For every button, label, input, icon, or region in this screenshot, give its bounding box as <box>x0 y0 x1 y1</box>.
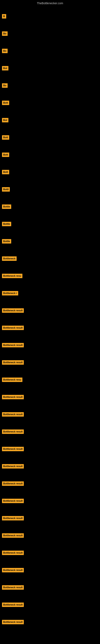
bottleneck-label[interactable]: Bo <box>2 32 8 36</box>
bottleneck-label[interactable]: Bottleneck result <box>2 568 24 572</box>
bottleneck-label[interactable]: Bottleneck result <box>2 430 24 434</box>
bottleneck-label[interactable]: Bott <box>2 152 9 157</box>
bottleneck-label[interactable]: Bott <box>2 100 9 105</box>
list-item: Bottleneck result <box>2 596 100 614</box>
bottleneck-label[interactable]: Bottleneck result <box>2 412 24 416</box>
list-item: Bottleneck result <box>2 354 100 371</box>
bottleneck-label[interactable]: Bottleneck result <box>2 326 24 330</box>
bottleneck-label[interactable]: Bottleneck result <box>2 464 24 468</box>
bottleneck-label[interactable]: B <box>2 14 6 18</box>
list-item: Bottleneck result <box>2 423 100 440</box>
list-item: Bottleneck <box>2 250 100 267</box>
list-item: Bottl <box>2 181 100 198</box>
bottleneck-label[interactable]: Bottleneck result <box>2 550 24 555</box>
list-item: Bottle <box>2 215 100 233</box>
site-title: TheBottlenecker.com <box>0 0 100 6</box>
bottleneck-label[interactable]: Bott <box>2 170 9 174</box>
list-item: Bottleneck result <box>2 440 100 458</box>
bottleneck-label[interactable]: Bottleneck result <box>2 516 24 520</box>
list-item: Bottleneck resu <box>2 371 100 388</box>
list-item: Bo <box>2 77 100 94</box>
list-item: Bottleneck result <box>2 458 100 475</box>
list-item: Bottleneck result <box>2 562 100 579</box>
list-item: Bottle <box>2 198 100 215</box>
bottleneck-label[interactable]: Bottle <box>2 204 11 209</box>
list-item: Bott <box>2 146 100 164</box>
list-item: Bott <box>2 164 100 181</box>
bottleneck-label[interactable]: Bot <box>2 118 8 122</box>
list-item: Bottleneck result <box>2 579 100 596</box>
list-item: Bottleneck result <box>2 475 100 492</box>
bottleneck-label[interactable]: Bottleneck result <box>2 533 24 538</box>
bottleneck-label[interactable]: Bo <box>2 83 8 88</box>
bottleneck-label[interactable]: Bottleneck result <box>2 482 24 486</box>
list-item: Bottleneck result <box>2 614 100 631</box>
bottleneck-label[interactable]: Bottleneck result <box>2 499 24 503</box>
bottleneck-label[interactable]: Bottleneck <box>2 256 17 261</box>
list-item: B <box>2 8 100 25</box>
list-item: Bottle <box>2 233 100 250</box>
list-item: Bo <box>2 25 100 42</box>
bottleneck-label[interactable]: Bo <box>2 49 8 53</box>
bottleneck-label[interactable]: Bottleneck result <box>2 620 24 624</box>
bottleneck-label[interactable]: Bottleneck result <box>2 308 24 313</box>
bottleneck-label[interactable]: Bottleneck result <box>2 602 24 607</box>
list-item: Bottleneck result <box>2 527 100 544</box>
list-item: Bot <box>2 112 100 129</box>
bottleneck-label[interactable]: Bottleneck result <box>2 343 24 347</box>
list-item: Bottleneck resu <box>2 267 100 284</box>
list-item: Bott <box>2 129 100 146</box>
list-item: Bo <box>2 42 100 60</box>
list-item: Bott <box>2 94 100 112</box>
bottleneck-label[interactable]: Bottleneck result <box>2 585 24 590</box>
bottleneck-label[interactable]: Bott <box>2 135 9 140</box>
bottleneck-label[interactable]: Bottleneck resu <box>2 378 22 382</box>
list-item: Bottleneck result <box>2 388 100 406</box>
bottleneck-label[interactable]: Bottle <box>2 239 11 244</box>
bottleneck-label[interactable]: Bottleneck result <box>2 447 24 451</box>
bottleneck-label[interactable]: Bot <box>2 66 8 70</box>
items-container: BBoBoBotBoBottBotBottBottBottBottlBottle… <box>0 6 100 633</box>
list-item: Bottleneck result <box>2 336 100 354</box>
bottleneck-label[interactable]: Bottleneck resu <box>2 274 22 278</box>
list-item: Bottleneck r <box>2 284 100 302</box>
list-item: Bottleneck result <box>2 492 100 510</box>
list-item: Bottleneck result <box>2 319 100 336</box>
bottleneck-label[interactable]: Bottl <box>2 187 10 192</box>
list-item: Bottleneck result <box>2 302 100 319</box>
list-item: Bottleneck result <box>2 544 100 562</box>
list-item: Bottleneck result <box>2 406 100 423</box>
list-item: Bot <box>2 60 100 77</box>
bottleneck-label[interactable]: Bottleneck r <box>2 291 18 296</box>
bottleneck-label[interactable]: Bottleneck result <box>2 395 24 399</box>
bottleneck-label[interactable]: Bottleneck result <box>2 360 24 365</box>
bottleneck-label[interactable]: Bottle <box>2 222 11 226</box>
list-item: Bottleneck result <box>2 510 100 527</box>
